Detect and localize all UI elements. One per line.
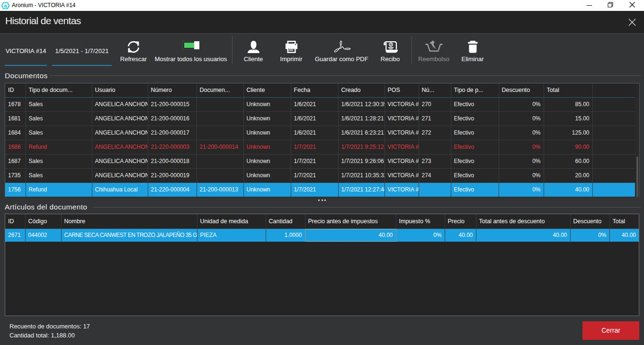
svg-text:a: a <box>4 3 7 9</box>
